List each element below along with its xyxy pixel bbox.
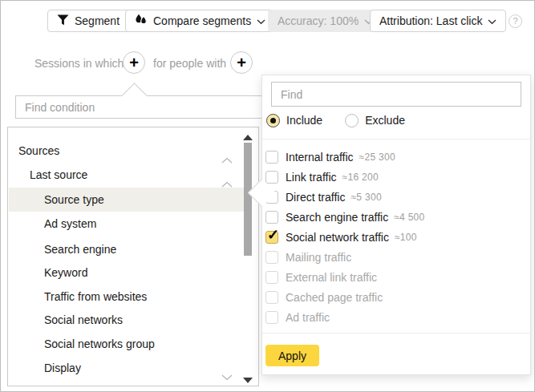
add-user-condition-button[interactable]: +	[230, 51, 253, 74]
tree-item-sources[interactable]: Sources	[9, 139, 244, 163]
tree-item-label: Ad system	[9, 212, 96, 236]
segment-button-label: Segment	[75, 14, 120, 27]
tree-item-label: Traffic from websites	[9, 285, 147, 309]
checkbox-icon[interactable]	[265, 171, 278, 184]
compare-drops-icon	[135, 14, 148, 28]
source-type-popup: Include Exclude Internal traffic ≈25 300…	[261, 75, 531, 375]
sessions-condition-label: Sessions in which	[34, 57, 124, 70]
tree-item-label: Display	[9, 356, 81, 380]
checkbox-icon	[265, 311, 278, 324]
attribution-button[interactable]: Attribution: Last click	[370, 10, 506, 32]
option-label: Cached page traffic	[286, 291, 383, 304]
checkbox-icon	[265, 271, 278, 284]
tree-item-social-networks-group[interactable]: Social networks group	[9, 332, 244, 356]
option-label: Mailing traffic	[286, 251, 351, 264]
add-session-condition-button[interactable]: +	[123, 51, 145, 74]
divider	[262, 139, 530, 139]
tree-item-source-type[interactable]: Source type	[9, 188, 244, 212]
find-value-input[interactable]	[271, 82, 521, 107]
tree-item-display[interactable]: Display	[9, 356, 244, 380]
attribution-label: Attribution: Last click	[379, 14, 482, 27]
tree-item-label: Social networks	[9, 308, 123, 332]
option-label: Link traffic	[286, 171, 337, 184]
option-count: ≈25 300	[359, 152, 395, 163]
tree-item-traffic-from-websites[interactable]: Traffic from websites	[9, 285, 244, 309]
tree-item-label: Source type	[9, 188, 104, 212]
option-label: Direct traffic	[286, 191, 345, 204]
option-social-network-traffic[interactable]: Social network traffic ≈100	[265, 227, 417, 247]
tree-item-label: Social networks group	[9, 332, 155, 356]
tree-item-label: Sources	[9, 139, 59, 163]
option-mailing-traffic: Mailing traffic	[265, 247, 351, 267]
scroll-up-arrow[interactable]	[243, 135, 253, 140]
condition-tree: Sources Last source Source type Ad syste…	[7, 127, 259, 386]
option-label: Search engine traffic	[286, 211, 388, 224]
exclude-radio[interactable]	[345, 114, 359, 127]
chevron-up-icon[interactable]	[221, 148, 233, 154]
option-ad-traffic: Ad traffic	[265, 307, 330, 327]
accuracy-label: Accuracy: 100%	[278, 14, 359, 27]
option-direct-traffic[interactable]: Direct traffic ≈5 300	[265, 187, 382, 207]
compare-segments-label: Compare segments	[153, 14, 251, 27]
include-label[interactable]: Include	[286, 114, 322, 127]
tree-item-social-networks[interactable]: Social networks	[9, 308, 244, 332]
checkbox-icon[interactable]	[265, 151, 278, 164]
tree-item-ad-system[interactable]: Ad system	[9, 212, 244, 236]
checkbox-icon[interactable]	[265, 211, 278, 224]
people-condition-label: for people with	[153, 57, 226, 70]
tree-item-label: Search engine	[9, 237, 116, 261]
chevron-up-icon[interactable]	[221, 172, 233, 178]
divider	[262, 333, 530, 333]
option-label: Social network traffic	[286, 231, 389, 244]
tree-item-search-engine[interactable]: Search engine	[9, 237, 244, 261]
segmentation-panel: Segment Compare segments Accuracy: 100% …	[0, 0, 535, 392]
tree-item-label: Keyword	[9, 261, 87, 285]
compare-segments-button[interactable]: Compare segments	[125, 10, 275, 32]
checkbox-icon	[265, 251, 278, 264]
chevron-down-icon	[257, 14, 265, 27]
option-cached-page-traffic: Cached page traffic	[265, 287, 383, 307]
checkbox-icon	[265, 291, 278, 304]
option-internal-traffic[interactable]: Internal traffic ≈25 300	[265, 147, 395, 167]
scroll-down-arrow[interactable]	[243, 378, 253, 383]
include-radio[interactable]	[266, 114, 280, 127]
option-count: ≈16 200	[342, 172, 379, 183]
option-label: Internal traffic	[286, 151, 354, 164]
option-label: External link traffic	[286, 271, 377, 284]
option-label: Ad traffic	[286, 311, 330, 324]
scrollbar-thumb[interactable]	[244, 143, 252, 256]
option-count: ≈100	[395, 232, 417, 243]
option-search-engine-traffic[interactable]: Search engine traffic ≈4 500	[265, 207, 425, 227]
checkbox-checked-icon[interactable]	[265, 231, 278, 244]
help-icon[interactable]: ?	[509, 14, 522, 28]
option-count: ≈4 500	[394, 212, 424, 223]
exclude-label[interactable]: Exclude	[365, 114, 405, 127]
apply-button[interactable]: Apply	[265, 345, 319, 366]
chevron-down-icon[interactable]	[221, 365, 233, 371]
tree-item-keyword[interactable]: Keyword	[9, 261, 244, 285]
tree-item-last-source[interactable]: Last source	[9, 163, 244, 187]
tree-item-label: Last source	[9, 163, 87, 187]
option-external-link-traffic: External link traffic	[265, 267, 377, 287]
funnel-icon	[57, 14, 69, 28]
accuracy-button: Accuracy: 100%	[268, 10, 383, 32]
option-count: ≈5 300	[351, 192, 381, 203]
chevron-down-icon	[488, 14, 496, 27]
option-link-traffic[interactable]: Link traffic ≈16 200	[265, 167, 379, 187]
include-exclude-toggle: Include Exclude	[266, 113, 428, 127]
